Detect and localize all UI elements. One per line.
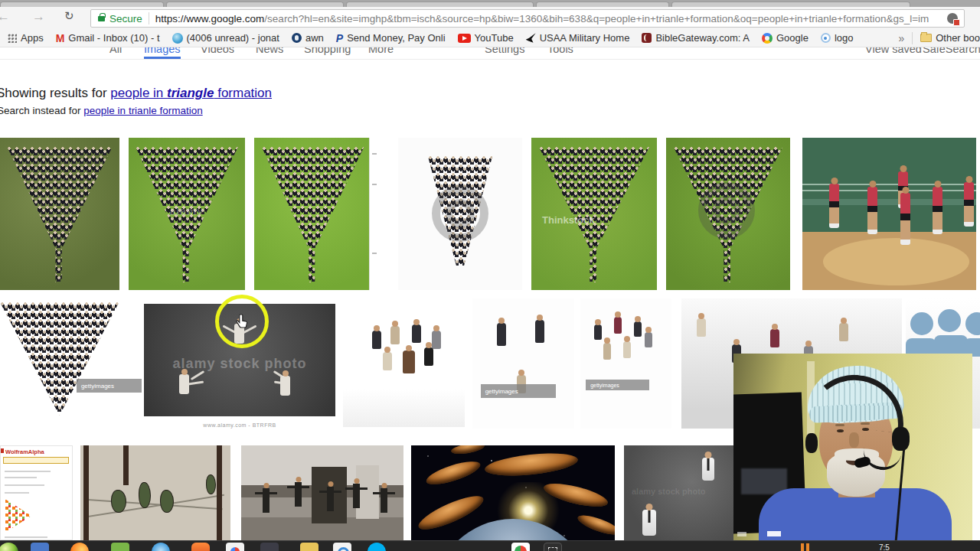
bookmark-paypal[interactable]: P Send Money, Pay Onli (336, 32, 446, 44)
image-result[interactable] (802, 138, 976, 290)
url-path[interactable]: /search?hl=en&site=imghp&tbm=isch&source… (264, 13, 944, 24)
image-result[interactable] (241, 445, 403, 540)
image-result[interactable]: gettyimages (472, 298, 574, 429)
image-caption: www.alamy.com - BTRFRB (144, 422, 335, 428)
bookmark-awn[interactable]: awn (292, 32, 324, 44)
forward-icon[interactable]: → (32, 9, 45, 24)
firefox-icon[interactable] (70, 543, 89, 551)
person-figure (280, 376, 290, 396)
image-result[interactable]: alamy (129, 138, 245, 290)
person-figure (381, 488, 387, 513)
search-app-icon[interactable] (333, 543, 351, 551)
ufo-graphic (484, 450, 579, 480)
screen: ← → ↻ Secure https://www.google.com /sea… (0, 0, 980, 551)
bookmarks-overflow-chevron[interactable]: » (898, 32, 904, 44)
url-host[interactable]: https://www.google.com (155, 13, 265, 24)
taskbar-app-icon[interactable] (31, 543, 49, 551)
headset-earcup-right (892, 427, 910, 451)
other-bookmarks-label: Other boo (936, 32, 980, 44)
taskbar-app-icon[interactable] (226, 543, 244, 551)
person-figure (353, 484, 360, 508)
triangle-crowd-graphic (7, 147, 112, 282)
triangle-crowd-graphic (262, 147, 364, 282)
image-result[interactable] (666, 138, 790, 290)
image-result[interactable] (411, 445, 615, 540)
skype-icon[interactable] (368, 543, 386, 551)
taskbar-app-icon[interactable] (111, 543, 129, 551)
back-icon[interactable]: ← (0, 9, 10, 24)
image-result[interactable]: alamy stock photo (624, 445, 733, 540)
bookmark-logo[interactable]: logo (821, 32, 854, 44)
text-line-graphic (5, 471, 51, 472)
image-result[interactable]: gettyimages (0, 298, 142, 429)
original-query-link[interactable]: people in trianle formation (83, 105, 202, 116)
browser-tab[interactable] (671, 2, 910, 7)
image-result[interactable]: WolframAlpha (0, 445, 73, 540)
reload-icon[interactable]: ↻ (64, 9, 74, 23)
address-bar[interactable]: Secure https://www.google.com /search?hl… (90, 9, 965, 28)
browser-tab-strip[interactable] (0, 0, 980, 7)
secure-lock-icon[interactable] (98, 16, 105, 21)
secure-label: Secure (109, 13, 142, 24)
earth-graphic (433, 519, 593, 540)
bookmark-google[interactable]: Google (762, 32, 808, 44)
eye (837, 429, 844, 432)
watermark: alamy stock photo (632, 487, 706, 496)
paypal-icon: P (336, 32, 343, 44)
bookmark-label: BibleGateway.com: A (655, 32, 750, 44)
other-bookmarks[interactable]: Other boo (920, 32, 980, 44)
browser-tab[interactable] (536, 2, 669, 7)
bookmark-usaa[interactable]: USAA Military Home (526, 32, 630, 44)
pole-graphic (123, 445, 129, 485)
bookmarks-divider (912, 32, 913, 44)
image-result[interactable] (80, 445, 230, 540)
bookmark-apps[interactable]: Apps (12, 32, 44, 44)
taskbar-app-icon[interactable] (260, 543, 279, 551)
explorer-folder-icon[interactable] (300, 543, 318, 551)
bookmark-youtube[interactable]: YouTube (458, 32, 514, 44)
bookmark-biblegateway[interactable]: BibleGateway.com: A (642, 32, 750, 44)
images-tab-underline (144, 57, 181, 59)
sketch-figure (111, 490, 126, 513)
bookmark-label: Apps (21, 32, 44, 44)
sketch-figure (160, 490, 174, 513)
showing-results-line: Showing results for people in triangle f… (0, 86, 272, 101)
person-figure (933, 187, 942, 234)
corrected-query-link[interactable]: people in triangle formation (110, 86, 272, 100)
watermark: alamy stock photo (144, 356, 335, 372)
snipping-tool-icon[interactable] (544, 543, 562, 551)
folder-icon (920, 34, 932, 42)
bookmark-gmail[interactable]: M Gmail - Inbox (10) - t (56, 32, 160, 44)
address-bar-extension-icon[interactable] (947, 13, 958, 24)
sketch-figure (206, 474, 216, 494)
image-result[interactable] (0, 138, 119, 290)
watermark-bar: gettyimages (586, 380, 649, 390)
browser-tab[interactable] (346, 2, 534, 7)
image-result[interactable] (254, 138, 379, 290)
text-line-graphic (5, 492, 29, 494)
image-result[interactable] (343, 300, 465, 427)
image-result[interactable]: Thinkstock (531, 138, 657, 290)
browser-tab[interactable] (166, 2, 344, 7)
watermark-spiral (698, 182, 755, 239)
chrome-icon[interactable] (511, 543, 530, 551)
taskbar-app-icon[interactable] (191, 543, 210, 551)
bookmark-label: USAA Military Home (540, 32, 630, 44)
arm-graphic (191, 370, 205, 380)
bookmark-label: Gmail - Inbox (10) - t (68, 32, 159, 44)
text-line-graphic (5, 477, 37, 478)
headset-earcup-left (805, 433, 818, 453)
browser-tab[interactable] (0, 2, 164, 7)
bookmarks-bar: Apps M Gmail - Inbox (10) - t (4006 unre… (0, 29, 980, 47)
image-result[interactable]: gettyimages (580, 298, 671, 429)
bookmark-att[interactable]: (4006 unread) - jonat (172, 32, 279, 44)
recorder-pause-icon[interactable] (801, 543, 812, 551)
bookmark-label: (4006 unread) - jonat (187, 32, 279, 44)
start-button-icon[interactable] (0, 543, 18, 551)
bookmark-label: Send Money, Pay Onli (347, 32, 445, 44)
person-figure (263, 488, 270, 513)
person-figure (390, 326, 400, 344)
image-result[interactable] (398, 138, 522, 290)
rope-line (88, 499, 223, 510)
internet-explorer-icon[interactable] (152, 543, 170, 551)
